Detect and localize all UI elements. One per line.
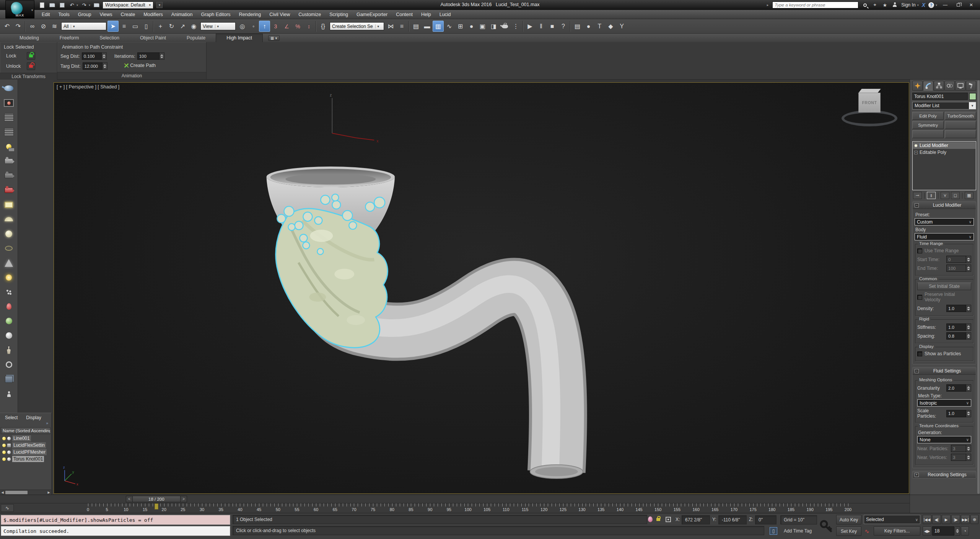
go-to-end-icon[interactable]: ▶▶|: [961, 515, 970, 524]
search-history-icon[interactable]: ▸: [767, 3, 769, 7]
explorer-item[interactable]: LucidFlexSettin: [2, 442, 51, 449]
render-flyout-icon[interactable]: ⋮: [510, 21, 521, 32]
explorer-menu-select[interactable]: Select: [2, 414, 21, 421]
rendered-frame-icon[interactable]: ◨: [488, 21, 499, 32]
dome-light-icon[interactable]: [3, 213, 15, 225]
communication-center-icon[interactable]: ⌖: [871, 2, 878, 8]
ring-icon[interactable]: [3, 359, 15, 371]
scroll-left-icon[interactable]: ◀: [0, 491, 5, 494]
time-configuration-icon[interactable]: ◔: [961, 526, 969, 536]
time-slider-handle[interactable]: 18 / 200: [133, 496, 180, 502]
seg-dist-spinner[interactable]: 0.100: [82, 52, 107, 60]
explorer-item[interactable]: Torus Knot001: [2, 456, 51, 462]
auto-key-button[interactable]: Auto Key: [836, 515, 861, 524]
create-path-button[interactable]: ⤫ Create Path: [124, 62, 164, 69]
near-vertices-spinner[interactable]: 3: [951, 454, 971, 461]
reference-coordinate-dropdown[interactable]: View▾: [200, 22, 236, 30]
object-name-field[interactable]: Torus Knot001: [912, 93, 968, 100]
targ-dist-spinner[interactable]: 12.000: [83, 62, 107, 70]
menu-create[interactable]: Create: [117, 10, 140, 19]
key-mode-icon[interactable]: ⊕: [970, 515, 978, 524]
preserve-initial-velocity-checkbox[interactable]: [917, 295, 922, 300]
search-input[interactable]: [772, 2, 858, 8]
select-by-name-icon[interactable]: ≡: [119, 21, 130, 32]
menu-gameexporter[interactable]: GameExporter: [352, 10, 392, 19]
modifier-button-edit-poly[interactable]: Edit Poly: [912, 112, 944, 120]
sign-in-chevron-icon[interactable]: ▾: [917, 3, 919, 7]
isolate-selection-icon[interactable]: ↑: [259, 21, 270, 32]
camera-red-icon[interactable]: [3, 184, 15, 196]
select-and-link-icon[interactable]: ∞: [27, 21, 38, 32]
camera-night-icon[interactable]: [3, 170, 15, 181]
next-frame-button[interactable]: >: [180, 496, 187, 502]
tab-utilities[interactable]: [966, 81, 976, 91]
end-time-spinner[interactable]: 100: [946, 265, 971, 272]
camera-icon[interactable]: [3, 155, 15, 167]
qat-overflow-button[interactable]: ▾: [156, 2, 163, 8]
perspective-viewport[interactable]: [ + ] [ Perspective ] [ Shaded ]: [54, 82, 909, 494]
tab-modify[interactable]: [923, 81, 933, 91]
show-end-result-icon[interactable]: ‖: [927, 192, 936, 199]
isolate-selection-balloon-icon[interactable]: [648, 516, 653, 522]
stack-entry[interactable]: Lucid Modifier: [913, 142, 975, 149]
menu-views[interactable]: Views: [95, 10, 116, 19]
explorer-horizontal-scrollbar[interactable]: ◀ ▶: [0, 490, 51, 495]
scroll-right-icon[interactable]: ▶: [46, 491, 51, 494]
recording-settings-rollout-header[interactable]: +Recording Settings: [912, 471, 976, 479]
application-menu-button[interactable]: MAX ▾: [5, 0, 34, 18]
undo-button[interactable]: ↶: [68, 2, 76, 8]
next-key-icon[interactable]: |▶: [951, 515, 960, 524]
maxscript-listener-output[interactable]: Compilation succeeded.: [1, 526, 230, 536]
light-lister-icon[interactable]: [3, 140, 15, 152]
stiffness-spinner[interactable]: 1.0: [946, 323, 971, 331]
select-object-icon[interactable]: ➤: [107, 21, 119, 32]
menu-customize[interactable]: Customize: [294, 10, 325, 19]
key-filters-button[interactable]: Key Filters...: [874, 526, 920, 536]
viewcube-compass-ring[interactable]: [842, 110, 897, 126]
play-icon[interactable]: ▶: [942, 515, 951, 524]
align-icon[interactable]: ≡: [396, 21, 407, 32]
named-selection-set-dropdown[interactable]: Create Selection Se▾: [330, 22, 384, 30]
maxscript-listener-input[interactable]: $.modifiers[#Lucid_Modifier].showAsParti…: [1, 515, 230, 525]
expand-plus-icon[interactable]: +: [914, 151, 918, 154]
bones-icon[interactable]: Y: [616, 21, 627, 32]
menu-help[interactable]: Help: [417, 10, 435, 19]
frame-spinner[interactable]: [955, 526, 960, 536]
menu-content[interactable]: Content: [392, 10, 417, 19]
exchange-apps-icon[interactable]: X: [922, 2, 925, 8]
menu-lucid[interactable]: Lucid: [435, 10, 455, 19]
ribbon-toggle-icon[interactable]: ▬: [422, 21, 433, 32]
z-coordinate-field[interactable]: 0": [755, 515, 777, 524]
redo-button[interactable]: ↷: [80, 2, 88, 8]
body-dropdown[interactable]: Fluid∨: [915, 233, 974, 240]
cube-stack-icon[interactable]: [3, 373, 15, 385]
search-icon[interactable]: [861, 2, 868, 8]
visibility-bulb-icon[interactable]: [2, 437, 6, 440]
modifier-button-empty[interactable]: [945, 121, 976, 129]
use-time-range-checkbox[interactable]: [917, 248, 922, 253]
modifier-button-empty[interactable]: [912, 130, 944, 138]
granularity-spinner[interactable]: 2.0: [946, 384, 971, 392]
viewcube[interactable]: FRONT: [841, 88, 898, 130]
spacing-spinner[interactable]: 0.8: [946, 332, 971, 340]
make-unique-icon[interactable]: ⋎: [941, 192, 949, 199]
density-spinner[interactable]: 1.0: [946, 305, 971, 312]
schematic-view-icon[interactable]: ⊞: [455, 21, 466, 32]
angle-snap-icon[interactable]: ∠: [281, 21, 292, 32]
modifier-bulb-icon[interactable]: [914, 144, 918, 147]
fluid-settings-rollout-header[interactable]: −Fluid Settings: [913, 368, 976, 375]
favorites-star-icon[interactable]: ★: [881, 2, 888, 8]
tab-create[interactable]: [912, 81, 923, 91]
ribbon-tab-modeling[interactable]: Modeling: [9, 34, 49, 42]
selection-filter-dropdown[interactable]: All▾: [61, 22, 106, 30]
snaps-toggle-icon[interactable]: 3: [270, 21, 281, 32]
current-frame-marker[interactable]: [155, 503, 158, 510]
pause-icon[interactable]: ‖: [536, 21, 547, 32]
vray-teapot-icon[interactable]: [3, 82, 15, 94]
ribbon-tab-object-paint[interactable]: Object Paint: [130, 34, 176, 42]
explorer-menu-display[interactable]: Display: [23, 414, 44, 421]
skeleton-icon[interactable]: [3, 344, 15, 356]
redo-icon[interactable]: ↷: [13, 21, 24, 32]
absolute-offset-mode-icon[interactable]: [666, 517, 671, 522]
preset-dropdown[interactable]: Custom∨: [915, 218, 974, 225]
